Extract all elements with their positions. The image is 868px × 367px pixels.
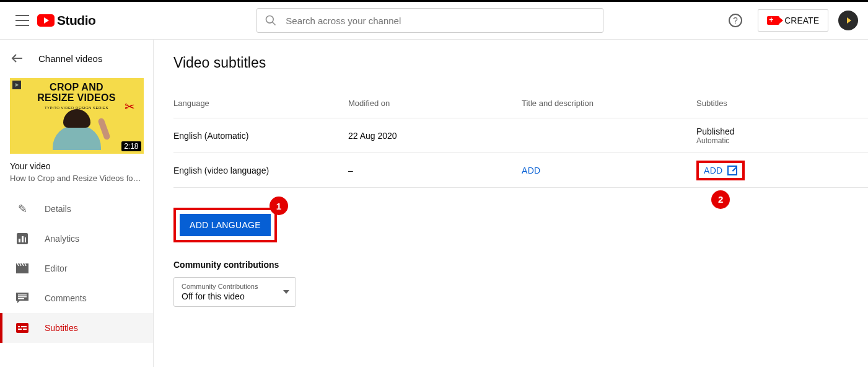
- community-section-label: Community contributions: [173, 260, 868, 270]
- nav-editor[interactable]: Editor: [0, 254, 153, 283]
- create-video-icon: [767, 16, 779, 25]
- search-container: [256, 8, 603, 33]
- svg-rect-10: [18, 294, 27, 296]
- add-language-button[interactable]: ADD LANGUAGE: [180, 214, 271, 236]
- community-dropdown[interactable]: Community Contributions Off for this vid…: [173, 277, 296, 307]
- callout-2: 2: [711, 190, 730, 209]
- account-avatar[interactable]: [838, 11, 858, 30]
- cell-titledesc: ADD: [522, 166, 696, 175]
- pencil-icon: ✎: [15, 202, 30, 216]
- video-thumbnail[interactable]: CROP AND RESIZE VIDEOS TYPITO VIDEO DESI…: [10, 78, 144, 154]
- top-bar: Studio ? CREATE: [0, 0, 868, 40]
- col-header-language: Language: [173, 99, 348, 108]
- clapperboard-icon: [15, 263, 30, 273]
- studio-wordmark: Studio: [57, 13, 95, 28]
- callout-1: 1: [270, 197, 288, 215]
- cell-modified: –: [348, 166, 522, 175]
- page-title: Video subtitles: [173, 55, 868, 71]
- svg-rect-12: [18, 298, 24, 299]
- thumb-duration: 2:18: [121, 141, 141, 151]
- subtitles-table: Language Modified on Title and descripti…: [173, 89, 868, 188]
- table-header-row: Language Modified on Title and descripti…: [173, 89, 868, 118]
- nav-subtitles-label: Subtitles: [45, 323, 78, 333]
- svg-rect-17: [21, 326, 27, 327]
- cell-modified: 22 Aug 2020: [348, 131, 522, 141]
- subtitle-status: Published: [696, 126, 868, 136]
- table-row[interactable]: English (Automatic) 22 Aug 2020 Publishe…: [173, 118, 868, 153]
- search-input[interactable]: [286, 15, 595, 26]
- cell-subtitles: Published Automatic: [696, 126, 868, 145]
- create-label: CREATE: [784, 15, 819, 25]
- dropdown-field-label: Community Contributions: [182, 283, 288, 290]
- nav-analytics[interactable]: Analytics: [0, 224, 153, 254]
- col-header-modified: Modified on: [348, 99, 522, 108]
- cell-language: English (Automatic): [173, 131, 348, 141]
- svg-text:?: ?: [733, 15, 738, 25]
- sidebar: Channel videos CROP AND RESIZE VIDEOS TY…: [0, 40, 154, 367]
- nav-subtitles[interactable]: Subtitles: [0, 313, 153, 343]
- chevron-down-icon: [283, 290, 289, 294]
- nav-details[interactable]: ✎ Details: [0, 194, 153, 224]
- back-button[interactable]: [10, 51, 25, 66]
- nav-editor-label: Editor: [45, 263, 68, 273]
- svg-rect-7: [25, 237, 26, 242]
- subtitles-icon: [15, 323, 30, 333]
- col-header-subtitles: Subtitles: [696, 99, 868, 108]
- svg-rect-5: [19, 239, 20, 242]
- table-row[interactable]: English (video language) – ADD ADD 2: [173, 153, 868, 188]
- main-content: Video subtitles Language Modified on Tit…: [154, 40, 868, 367]
- hamburger-menu-button[interactable]: [10, 8, 35, 33]
- svg-rect-11: [18, 296, 27, 298]
- svg-point-0: [266, 16, 274, 24]
- add-titledesc-button[interactable]: ADD: [522, 166, 540, 175]
- svg-rect-15: [23, 329, 27, 330]
- youtube-play-icon: [37, 14, 55, 27]
- help-button[interactable]: ?: [723, 8, 748, 33]
- svg-rect-14: [18, 329, 22, 330]
- add-subtitles-highlight: ADD 2: [696, 161, 745, 180]
- subtitle-note: Automatic: [696, 136, 868, 145]
- search-box[interactable]: [256, 8, 603, 33]
- analytics-icon: [15, 233, 30, 244]
- arrow-left-icon: [10, 51, 25, 66]
- svg-rect-8: [16, 266, 28, 273]
- add-language-highlight: ADD LANGUAGE 1: [173, 208, 277, 242]
- create-button[interactable]: CREATE: [758, 9, 828, 32]
- nav-analytics-label: Analytics: [45, 234, 79, 244]
- help-icon: ?: [728, 13, 743, 28]
- dropdown-value: Off for this video: [182, 291, 288, 301]
- youtube-studio-logo[interactable]: Studio: [37, 13, 95, 28]
- scissor-icon: ✂: [125, 99, 135, 114]
- svg-rect-13: [16, 323, 28, 333]
- video-title: How to Crop and Resize Videos for ...: [10, 174, 143, 183]
- add-subtitles-button[interactable]: ADD: [704, 166, 722, 175]
- svg-rect-6: [22, 236, 24, 242]
- nav-comments[interactable]: Comments: [0, 283, 153, 313]
- svg-rect-16: [18, 326, 20, 327]
- svg-line-1: [273, 22, 276, 25]
- cell-subtitles: ADD 2: [696, 161, 868, 180]
- open-new-icon: [727, 166, 737, 175]
- nav-comments-label: Comments: [45, 293, 87, 303]
- nav-details-label: Details: [45, 204, 71, 214]
- thumb-person-illustration: [50, 109, 103, 154]
- your-video-label: Your video: [10, 161, 143, 171]
- col-header-titledesc: Title and description: [522, 99, 696, 108]
- channel-videos-label: Channel videos: [38, 53, 102, 64]
- comment-icon: [15, 293, 30, 304]
- cell-language: English (video language): [173, 166, 348, 175]
- search-icon: [265, 14, 277, 27]
- community-section: Community contributions Community Contri…: [173, 260, 868, 307]
